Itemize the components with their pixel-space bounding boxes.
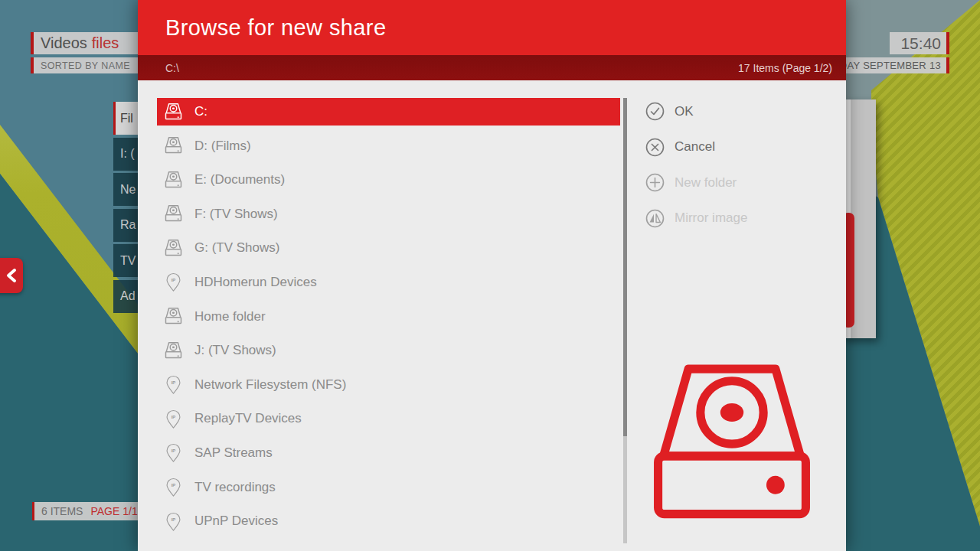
share-list-item[interactable]: D: (Films) — [157, 132, 620, 160]
mirror-circle-icon — [645, 208, 665, 229]
ip-pin-icon: IP — [163, 409, 184, 429]
hard-disk-icon — [632, 348, 831, 547]
share-list-item[interactable]: IP Network Filesystem (NFS) — [157, 371, 620, 399]
date-label: RDAY SEPTEMBER 13 — [832, 60, 941, 71]
svg-text:IP: IP — [172, 380, 176, 385]
share-list: C: D: (Films) E: (Document — [157, 98, 620, 542]
browse-share-dialog: Browse for new share C:\ 17 Items (Page … — [138, 0, 846, 551]
dialog-title: Browse for new share — [165, 15, 386, 41]
clock-bar: 15:40 — [890, 32, 949, 54]
new-folder-button: New folder — [645, 172, 747, 193]
scrollbar-thumb[interactable] — [623, 98, 627, 436]
kodi-screen: Videos files SORTED BY NAME 15:40 RDAY S… — [0, 0, 980, 551]
background-menu-item-label: Fil — [120, 112, 133, 126]
share-list-item[interactable]: C: — [157, 98, 620, 126]
share-list-item[interactable]: Home folder — [157, 303, 620, 331]
share-list-item[interactable]: E: (Documents) — [157, 166, 620, 194]
background-menu-item-label: Ne — [120, 183, 136, 197]
dialog-header: Browse for new share — [138, 0, 846, 55]
chevron-left-icon — [5, 267, 18, 284]
background-menu-item-label: TV — [120, 254, 136, 268]
items-status: 17 Items (Page 1/2) — [738, 62, 832, 74]
ip-pin-icon: IP — [163, 477, 184, 497]
list-scrollbar[interactable] — [623, 98, 627, 543]
svg-text:IP: IP — [172, 278, 176, 282]
svg-text:IP: IP — [172, 448, 176, 453]
ip-pin-icon: IP — [163, 442, 184, 463]
action-button-label: Cancel — [675, 139, 715, 155]
share-list-item-label: J: (TV Shows) — [194, 343, 276, 358]
share-list-item[interactable]: IP HDHomerun Devices — [157, 269, 620, 296]
share-list-item[interactable]: F: (TV Shows) — [157, 201, 620, 228]
share-list-item[interactable]: IP TV recordings — [157, 474, 620, 501]
action-button-label: OK — [675, 104, 694, 119]
share-list-item[interactable]: IP SAP Streams — [157, 439, 620, 467]
sort-label: SORTED BY NAME — [41, 60, 130, 71]
mirror-image-button: Mirror image — [645, 208, 747, 229]
share-list-item-label: SAP Streams — [194, 445, 273, 461]
hard-disk-icon — [163, 135, 184, 156]
hard-disk-icon — [163, 102, 184, 122]
svg-text:IP: IP — [172, 517, 176, 522]
plus-circle-icon — [645, 172, 665, 193]
ip-pin-icon: IP — [163, 374, 184, 395]
action-button-label: Mirror image — [675, 210, 747, 226]
share-list-item-label: ReplayTV Devices — [194, 411, 302, 426]
hard-disk-icon — [163, 238, 184, 259]
share-list-item[interactable]: J: (TV Shows) — [157, 337, 620, 364]
action-button-label: New folder — [675, 175, 737, 191]
background-menu-item-label: Ra — [120, 218, 136, 232]
share-list-item[interactable]: IP ReplayTV Devices — [157, 405, 620, 432]
footer-bar: 6 ITEMS PAGE 1/1 — [32, 502, 144, 520]
hard-disk-icon — [163, 341, 184, 361]
footer-page: PAGE 1/1 — [90, 505, 137, 517]
share-list-item-label: TV recordings — [194, 480, 276, 495]
footer-items-count: 6 ITEMS — [41, 505, 83, 517]
clock-time: 15:40 — [900, 34, 941, 53]
share-list-item-label: UPnP Devices — [194, 514, 278, 529]
hard-disk-icon — [163, 170, 184, 191]
share-list-item[interactable]: IP UPnP Devices — [157, 507, 620, 535]
hard-disk-icon — [163, 306, 184, 327]
share-list-item-label: C: — [194, 104, 207, 119]
share-list-item-label: Network Filesystem (NFS) — [194, 377, 346, 393]
ok-circle-icon — [645, 101, 665, 122]
share-list-item-label: D: (Films) — [194, 139, 251, 154]
ip-pin-icon: IP — [163, 272, 184, 292]
dialog-breadcrumb-bar: C:\ 17 Items (Page 1/2) — [138, 55, 846, 80]
share-list-item-label: Home folder — [194, 309, 266, 324]
ok-button[interactable]: OK — [645, 101, 747, 122]
breadcrumb: C:\ — [165, 62, 179, 74]
share-list-item-label: G: (TV Shows) — [194, 240, 279, 256]
background-menu-item-label: I: ( — [120, 147, 135, 161]
svg-text:IP: IP — [172, 483, 176, 487]
cancel-circle-icon — [645, 137, 665, 158]
dialog-actions: OK Cancel New folder — [645, 101, 747, 243]
share-list-item-label: F: (TV Shows) — [194, 207, 278, 222]
back-button[interactable] — [0, 258, 23, 293]
library-title-accent: files — [92, 34, 119, 52]
ip-pin-icon: IP — [163, 511, 184, 532]
cancel-button[interactable]: Cancel — [645, 137, 747, 158]
svg-text:IP: IP — [172, 415, 176, 419]
share-list-item-label: E: (Documents) — [194, 172, 285, 187]
share-list-item-label: HDHomerun Devices — [194, 275, 317, 290]
background-menu-item-label: Ad — [120, 289, 136, 303]
share-list-item[interactable]: G: (TV Shows) — [157, 234, 620, 262]
hard-disk-icon — [163, 204, 184, 224]
library-title: Videos — [41, 34, 87, 52]
